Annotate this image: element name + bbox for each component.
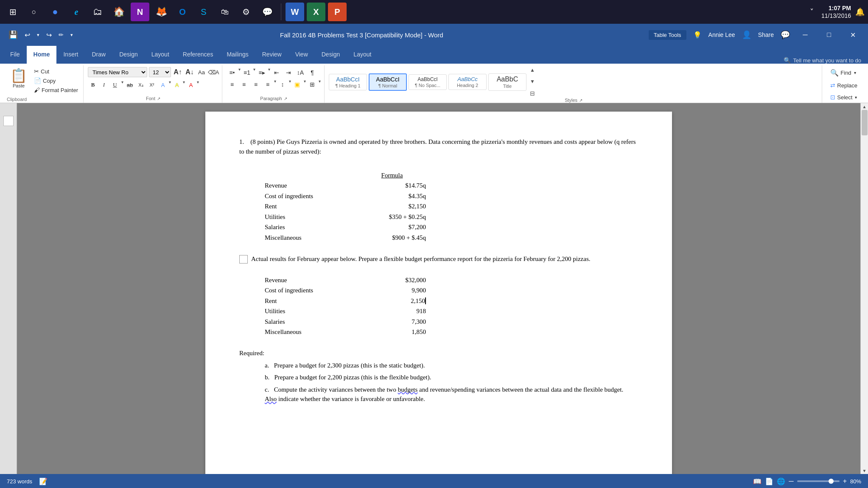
subscript-btn[interactable]: X₂ bbox=[136, 80, 146, 90]
tab-home[interactable]: Home bbox=[27, 46, 57, 64]
select-button[interactable]: ⊡ Select ▾ bbox=[826, 92, 861, 102]
show-para-btn[interactable]: ¶ bbox=[307, 67, 318, 78]
undo-dropdown[interactable]: ▾ bbox=[35, 31, 41, 39]
save-qat-btn[interactable]: 💾 bbox=[7, 29, 20, 40]
web-layout-icon[interactable]: 🌐 bbox=[777, 477, 785, 485]
justify-btn[interactable]: ≡ bbox=[262, 79, 273, 90]
numbered-list-btn[interactable]: ≡1 bbox=[241, 67, 252, 78]
undo-btn[interactable]: ↩ bbox=[23, 30, 32, 40]
store-icon[interactable]: 🛍 bbox=[216, 3, 234, 21]
maximize-btn[interactable]: □ bbox=[820, 28, 837, 42]
style-heading2[interactable]: AaBbCc Heading 2 bbox=[448, 74, 487, 90]
ppt-taskbar-icon[interactable]: P bbox=[328, 3, 347, 21]
chrome-icon[interactable]: ● bbox=[46, 3, 64, 21]
zoom-plus-btn[interactable]: + bbox=[843, 477, 847, 485]
notification-icon[interactable]: 🔔 bbox=[855, 7, 865, 17]
outlook-icon[interactable]: O bbox=[173, 3, 192, 21]
file-explorer-icon[interactable]: 🗂 bbox=[88, 3, 107, 21]
style-heading1[interactable]: AaBbCcI ¶ Heading 1 bbox=[329, 74, 367, 90]
minimize-btn[interactable]: ─ bbox=[797, 28, 814, 42]
change-case-btn[interactable]: Aa bbox=[196, 67, 207, 77]
tell-me-bar[interactable]: 🔍 Tell me what you want to do bbox=[780, 57, 865, 64]
paragraph-expand-icon[interactable]: ↗ bbox=[284, 96, 287, 101]
read-mode-icon[interactable]: 📖 bbox=[753, 477, 762, 485]
tab-view[interactable]: View bbox=[288, 46, 315, 64]
profile-icon[interactable]: 👤 bbox=[742, 30, 751, 39]
bullet-list-btn[interactable]: ≡• bbox=[227, 67, 238, 78]
underline-btn[interactable]: U bbox=[110, 80, 120, 90]
tab-references[interactable]: References bbox=[176, 46, 220, 64]
font-shrink-btn[interactable]: A↓ bbox=[185, 67, 195, 77]
borders-btn[interactable]: ⊞ bbox=[307, 79, 318, 90]
strikethrough-btn[interactable]: ab bbox=[125, 80, 135, 90]
format-painter-button[interactable]: 🖌 Format Painter bbox=[32, 86, 80, 94]
document-page[interactable]: 1. 1. (8 points) Pie Guys Pizzeria is ow… bbox=[205, 112, 672, 474]
align-right-btn[interactable]: ≡ bbox=[250, 79, 261, 90]
user-name[interactable]: Annie Lee bbox=[708, 31, 735, 38]
font-family-select[interactable]: Times New Ro bbox=[88, 67, 147, 77]
scroll-thumb[interactable] bbox=[862, 110, 868, 135]
align-center-btn[interactable]: ≡ bbox=[238, 79, 249, 90]
font-color-btn[interactable]: A bbox=[186, 80, 196, 90]
font-grow-btn[interactable]: A↑ bbox=[173, 67, 183, 77]
document-scroll[interactable]: 1. 1. (8 points) Pie Guys Pizzeria is ow… bbox=[17, 103, 860, 474]
tell-me-text[interactable]: Tell me what you want to do bbox=[793, 57, 861, 64]
tab-design2[interactable]: Design bbox=[315, 46, 347, 64]
tab-layout2[interactable]: Layout bbox=[347, 46, 378, 64]
styles-scroll-down[interactable]: ▼ bbox=[530, 79, 535, 84]
find-button[interactable]: 🔍 Find ▾ bbox=[826, 67, 860, 79]
tab-draw[interactable]: Draw bbox=[85, 46, 112, 64]
home-icon[interactable]: 🏠 bbox=[109, 3, 128, 21]
style-title[interactable]: AaBbC Title bbox=[488, 73, 526, 91]
tab-layout[interactable]: Layout bbox=[145, 46, 176, 64]
font-size-select[interactable]: 12 bbox=[149, 67, 171, 77]
styles-scroll-up[interactable]: ▲ bbox=[530, 67, 535, 73]
style-nospace[interactable]: AaBbCcI ¶ No Spac... bbox=[409, 74, 447, 90]
shading-btn[interactable]: ▣ bbox=[292, 79, 303, 90]
scroll-down-btn[interactable]: ▼ bbox=[861, 467, 868, 474]
close-btn[interactable]: ✕ bbox=[844, 28, 861, 42]
search-icon[interactable]: ○ bbox=[25, 3, 43, 21]
increase-indent-btn[interactable]: ⇥ bbox=[283, 67, 294, 78]
copy-button[interactable]: 📄 Copy bbox=[32, 76, 80, 85]
vertical-scrollbar[interactable]: ▲ ▼ bbox=[860, 103, 868, 474]
proofing-icon[interactable]: 📝 bbox=[39, 477, 48, 485]
tab-design[interactable]: Design bbox=[112, 46, 145, 64]
redo-btn[interactable]: ↪ bbox=[45, 30, 53, 40]
ie-icon[interactable]: e bbox=[67, 3, 86, 21]
cut-button[interactable]: ✂ Cut bbox=[32, 67, 80, 76]
settings-icon[interactable]: ⚙ bbox=[237, 3, 255, 21]
customize-qat[interactable]: ✏ bbox=[57, 31, 65, 39]
clear-format-btn[interactable]: ⌫A bbox=[208, 67, 218, 77]
print-layout-icon[interactable]: 📄 bbox=[765, 477, 773, 485]
share-label[interactable]: Share bbox=[758, 31, 774, 38]
font-expand-icon[interactable]: ↗ bbox=[157, 96, 160, 101]
style-normal[interactable]: AaBbCcI ¶ Normal bbox=[369, 73, 407, 91]
paste-button[interactable]: 📋 Paste bbox=[7, 67, 31, 90]
qat-dropdown[interactable]: ▾ bbox=[69, 31, 75, 39]
tab-review[interactable]: Review bbox=[255, 46, 288, 64]
styles-expand[interactable]: ⊟ bbox=[530, 90, 535, 97]
messaging-icon[interactable]: 💬 bbox=[258, 3, 277, 21]
word-taskbar-icon[interactable]: W bbox=[286, 3, 304, 21]
onenote-icon[interactable]: N bbox=[131, 3, 149, 21]
select-dropdown[interactable]: ▾ bbox=[855, 95, 857, 100]
sort-btn[interactable]: ↕A bbox=[295, 67, 306, 78]
tab-mailings[interactable]: Mailings bbox=[220, 46, 255, 64]
decrease-indent-btn[interactable]: ⇤ bbox=[271, 67, 282, 78]
replace-button[interactable]: ⇄ Replace bbox=[826, 80, 861, 90]
windows-start-icon[interactable]: ⊞ bbox=[3, 3, 22, 21]
superscript-btn[interactable]: X² bbox=[147, 80, 157, 90]
tab-insert[interactable]: Insert bbox=[56, 46, 85, 64]
text-highlight-btn[interactable]: A bbox=[172, 80, 182, 90]
skype-icon[interactable]: S bbox=[194, 3, 213, 21]
multilevel-list-btn[interactable]: ≡▸ bbox=[256, 67, 267, 78]
align-left-btn[interactable]: ≡ bbox=[227, 79, 238, 90]
zoom-minus-btn[interactable]: ─ bbox=[789, 477, 793, 485]
zoom-level[interactable]: 80% bbox=[850, 478, 861, 485]
zoom-slider[interactable] bbox=[797, 480, 840, 482]
styles-expand-icon[interactable]: ↗ bbox=[579, 98, 582, 103]
scroll-up-btn[interactable]: ▲ bbox=[861, 103, 868, 110]
find-dropdown[interactable]: ▾ bbox=[854, 70, 856, 75]
excel-taskbar-icon[interactable]: X bbox=[307, 3, 325, 21]
